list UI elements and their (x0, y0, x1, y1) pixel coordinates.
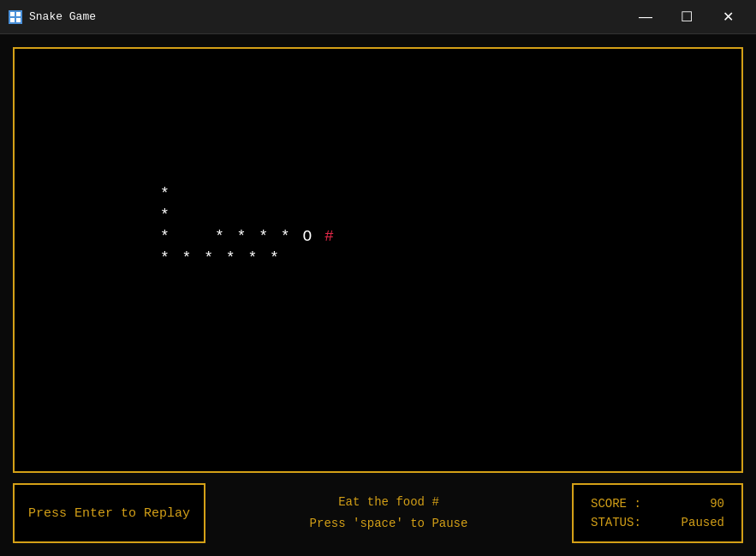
status-row: STATUS: Paused (591, 516, 724, 529)
main-content: * * * * * * * O # * * * * * * Press Ente… (0, 34, 756, 556)
snake-head: O (302, 228, 313, 245)
snake-row-4: * * * * * * (160, 246, 281, 271)
app-icon (9, 10, 22, 24)
instruction-line-2: Press 'space' to Pause (310, 513, 468, 535)
replay-button[interactable]: Press Enter to Replay (13, 483, 205, 543)
close-button[interactable]: ✕ (708, 4, 747, 30)
svg-rect-3 (16, 18, 21, 22)
status-value: Paused (682, 516, 724, 529)
svg-rect-2 (10, 18, 15, 22)
window-title: Snake Game (29, 10, 626, 23)
window-controls: — ☐ ✕ (626, 4, 747, 30)
game-canvas: * * * * * * * O # * * * * * * (15, 49, 741, 471)
score-row: SCORE : 90 (591, 497, 724, 511)
minimize-button[interactable]: — (626, 4, 665, 30)
score-panel: SCORE : 90 STATUS: Paused (572, 483, 743, 543)
game-area: * * * * * * * O # * * * * * * (13, 47, 743, 473)
instructions-panel: Eat the food # Press 'space' to Pause (216, 483, 562, 543)
score-value: 90 (710, 497, 724, 511)
status-bar: Press Enter to Replay Eat the food # Pre… (13, 483, 743, 543)
snake-display: * * * * * * * O # * * * * * * (15, 49, 741, 471)
instruction-line-1: Eat the food # (338, 492, 439, 513)
status-label: STATUS: (591, 516, 641, 529)
score-label: SCORE : (591, 497, 641, 511)
svg-rect-0 (10, 12, 15, 16)
svg-rect-1 (16, 12, 21, 16)
food-item: # (324, 228, 336, 245)
maximize-button[interactable]: ☐ (667, 4, 706, 30)
title-bar: Snake Game — ☐ ✕ (0, 0, 756, 34)
